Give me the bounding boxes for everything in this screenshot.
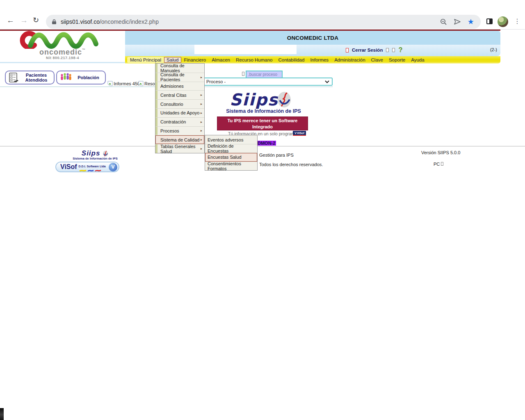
submenu-item-consentimientos-formatos[interactable]: Consentimientos Formatos: [205, 162, 257, 170]
menu-salud[interactable]: Salud: [164, 57, 181, 63]
footer-version: Versión SIIPS 5.0.0: [421, 150, 460, 155]
menu-soporte[interactable]: Soporte: [386, 57, 408, 63]
item-label: Encuestas Salud: [208, 155, 242, 160]
logout-icon: [346, 48, 349, 52]
promo-banner: Tu IPS merece tener un Software Integrad…: [217, 116, 308, 130]
page-corner-artifact: [0, 408, 4, 420]
footer-platform-label: PC: [434, 162, 440, 167]
footer-visof-logo: ViSof D.D.I. Software Ltda V: [55, 162, 119, 172]
header-second-band: Cerrar Sesión ? (2-): [125, 45, 500, 56]
submenu-arrow-icon: ▸: [201, 75, 202, 79]
promo-line1: Tu IPS merece tener un Software Integrad…: [228, 118, 298, 129]
submenu-item-definicion-encuestas[interactable]: Definición de Encuestas: [205, 144, 257, 153]
menu-item-consultorio[interactable]: Consultorio▸: [155, 99, 204, 108]
flag-squiggle-icon: [79, 169, 102, 172]
help-icon[interactable]: ?: [398, 46, 402, 54]
visof-wordmark: ViSof: [60, 163, 77, 171]
submenu-arrow-icon: ▸: [201, 102, 202, 106]
footer-divider: [0, 146, 525, 146]
browser-menu-icon[interactable]: ⋮: [514, 17, 520, 25]
brand-name: oncomedic™: [0, 48, 125, 57]
header-blank-field: [194, 45, 297, 54]
item-label: Central Citas: [160, 93, 187, 98]
zoom-icon[interactable]: [440, 18, 447, 25]
pacientes-atendidos-button[interactable]: PacientesAtendidos: [5, 71, 55, 84]
submenu-arrow-icon: ▸: [201, 120, 202, 124]
submenu-item-eventos-adversos[interactable]: Eventos adversos: [205, 135, 257, 144]
visof-v-badge: V: [109, 163, 117, 171]
menu-item-procesos[interactable]: Procesos▸: [155, 126, 204, 135]
salud-dropdown-menu: Consulta de Manuales Consulta de Pacient…: [155, 63, 205, 153]
item-label: Consulta de Pacientes: [160, 72, 201, 82]
item-label: Consulta de Manuales: [160, 63, 202, 73]
item-label: Consentimientos Formatos: [208, 161, 255, 171]
proceso-select[interactable]: Proceso -: [203, 78, 333, 86]
broken-icon-placeholder: [441, 162, 443, 166]
menu-item-sistema-calidad[interactable]: Sistema de Calidad▸: [155, 135, 204, 144]
menu-item-tablas-generales[interactable]: Tablas Generales Salud▸: [155, 144, 204, 153]
poblacion-button[interactable]: Población: [56, 71, 106, 84]
menu-ayuda[interactable]: Ayuda: [408, 57, 427, 63]
menu-item-consulta-manuales[interactable]: Consulta de Manuales: [155, 64, 204, 73]
footer-siips-logo: Siips Sistema de Información de IPS: [62, 149, 128, 160]
menu-item-unidades-apoyo[interactable]: Unidades de Apoyo▸: [155, 108, 204, 117]
siips-logo-icon: [103, 150, 109, 157]
broken-image-icon: [138, 81, 144, 86]
back-button[interactable]: ←: [7, 16, 14, 24]
submenu-arrow-icon: ▸: [201, 111, 202, 115]
menu-principal[interactable]: Menú Principal: [127, 57, 164, 63]
broken-icon-placeholder: [386, 48, 389, 52]
oncomedic-logo-icon: [17, 31, 108, 49]
item-label: Definición de Encuestas: [208, 144, 255, 153]
browser-window: ← → ↻ siips01.visof.co/oncomedic/index2.…: [0, 0, 525, 420]
header-left-underline: [0, 62, 125, 63]
menu-clave[interactable]: Clave: [368, 57, 386, 63]
item-label: Eventos adversos: [208, 137, 243, 142]
footer-rights: Todos los derechos reservados.: [259, 162, 323, 167]
pacientes-label-2: Atendidos: [25, 78, 48, 82]
siips-subtitle: Sistema de Información de IPS: [224, 108, 304, 114]
item-label: Procesos: [160, 128, 179, 133]
session-note: (2-): [490, 47, 497, 52]
forward-button[interactable]: →: [20, 16, 28, 24]
company-title: ONCOMEDIC LTDA: [287, 35, 339, 41]
url-bar[interactable]: siips01.visof.co/oncomedic/index2.php ★: [46, 15, 481, 29]
menu-financiero[interactable]: Financiero: [181, 57, 209, 63]
menu-item-admisiones[interactable]: Admisiones: [155, 82, 204, 91]
menu-almacen[interactable]: Almacen: [209, 57, 233, 63]
side-panel-icon[interactable]: [486, 18, 493, 24]
submenu-arrow-icon: ▸: [201, 93, 202, 97]
menu-administracion[interactable]: Administración: [331, 57, 368, 63]
broken-icon-placeholder: [242, 72, 244, 76]
menu-item-consulta-pacientes[interactable]: Consulta de Pacientes▸: [155, 73, 204, 82]
send-icon[interactable]: [454, 18, 461, 25]
menu-recurso-humano[interactable]: Recurso Humano: [233, 57, 275, 63]
reload-button[interactable]: ↻: [33, 16, 39, 24]
submenu-item-encuestas-salud[interactable]: Encuestas Salud: [205, 153, 257, 161]
footer-gestion: Gestión para IPS: [259, 153, 294, 158]
url-domain: siips01.visof.co: [61, 18, 100, 25]
footer-siips-wordmark: Siips: [82, 149, 100, 157]
profile-avatar[interactable]: [498, 16, 508, 27]
proceso-select-value: Proceso -: [206, 79, 226, 84]
visof-mini-badge: V ViSof: [293, 131, 306, 136]
omnibox-actions: ★: [440, 18, 474, 25]
visof-v: V: [294, 132, 297, 135]
url-text: siips01.visof.co/oncomedic/index2.php: [61, 18, 440, 25]
submenu-arrow-icon: ▸: [201, 129, 202, 132]
item-label: Sistema de Calidad: [160, 137, 199, 142]
browser-toolbar: ← → ↻ siips01.visof.co/oncomedic/index2.…: [0, 0, 525, 30]
menu-item-contratacion[interactable]: Contratación▸: [155, 117, 204, 126]
bookmark-star-icon[interactable]: ★: [468, 18, 474, 25]
oncomedic-logo-block: oncomedic™ Nit 800.217.198-4: [0, 31, 125, 63]
menu-item-central-citas[interactable]: Central Citas▸: [155, 90, 204, 99]
informes-link[interactable]: Informes 4505: [107, 81, 142, 86]
visof-subtitle: D.D.I. Software Ltda: [79, 165, 106, 168]
logout-button[interactable]: Cerrar Sesión: [352, 48, 383, 52]
footer-platform: PC: [434, 162, 443, 167]
poblacion-label: Población: [74, 75, 103, 80]
menu-contabilidad[interactable]: Contabilidad: [275, 57, 307, 63]
menu-informes[interactable]: Informes: [307, 57, 331, 63]
item-label: Unidades de Apoyo: [160, 110, 199, 115]
broken-image-icon: [107, 81, 113, 86]
